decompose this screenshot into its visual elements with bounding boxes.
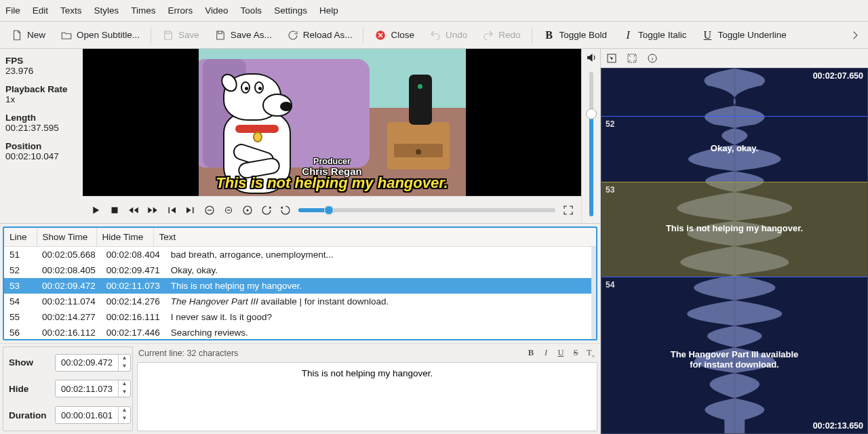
toolbar: New Open Subtitle... Save Save As... Rel… bbox=[0, 22, 868, 49]
underline-button[interactable]: UToggle Underline bbox=[697, 26, 790, 44]
wave-cursor-icon[interactable] bbox=[606, 53, 617, 64]
menu-settings[interactable]: Settings bbox=[274, 5, 307, 16]
seek-slider[interactable] bbox=[298, 208, 555, 212]
fps-label: FPS bbox=[5, 56, 77, 66]
menu-edit[interactable]: Edit bbox=[33, 5, 48, 16]
rate-plus-button[interactable] bbox=[279, 204, 292, 216]
stop-button[interactable] bbox=[108, 204, 121, 216]
redo-button: Redo bbox=[478, 26, 524, 44]
show-label: Show bbox=[9, 357, 51, 368]
subtitle-overlay: This is not helping my hangover. bbox=[83, 174, 581, 192]
svg-rect-1 bbox=[112, 207, 118, 213]
prev-button[interactable] bbox=[165, 204, 178, 216]
hide-label: Hide bbox=[9, 384, 51, 394]
save-button: Save bbox=[158, 26, 203, 44]
show-input[interactable]: 00:02:09.472▲▼ bbox=[55, 354, 131, 372]
menu-errors[interactable]: Errors bbox=[168, 5, 193, 16]
ed-italic[interactable]: I bbox=[540, 348, 551, 359]
fps-value: 23.976 bbox=[5, 66, 77, 76]
table-row[interactable]: 5400:02:11.07400:02:14.276The Hangover P… bbox=[4, 294, 591, 309]
fullscreen-button[interactable] bbox=[562, 204, 574, 216]
duration-label: Duration bbox=[9, 410, 51, 420]
waveform[interactable]: 00:02:07.650 00:02:13.650 52Okay, okay.5… bbox=[601, 68, 868, 434]
menu-file[interactable]: File bbox=[5, 5, 20, 16]
menubar: FileEditTextsStylesTimesErrorsVideoTools… bbox=[0, 0, 868, 22]
video-preview[interactable]: Producer Chris Regan This is not helping… bbox=[83, 49, 581, 196]
position-label: Position bbox=[5, 141, 77, 151]
transport-bar bbox=[83, 196, 581, 223]
wave-info-icon[interactable] bbox=[647, 53, 658, 64]
volume-slider[interactable] bbox=[589, 72, 593, 216]
subtitle-text-input[interactable] bbox=[137, 362, 597, 432]
close-icon bbox=[374, 29, 387, 41]
next-button[interactable] bbox=[184, 204, 197, 216]
col-show[interactable]: Show Time bbox=[37, 228, 96, 247]
reload-icon bbox=[287, 29, 299, 41]
volume-icon[interactable] bbox=[585, 49, 597, 66]
forward-button[interactable] bbox=[146, 204, 159, 216]
video-info: FPS 23.976 Playback Rate 1x Length 00:21… bbox=[0, 49, 83, 223]
close-button[interactable]: Close bbox=[370, 26, 418, 44]
underline-icon: U bbox=[701, 29, 713, 41]
time-editor: Show 00:02:09.472▲▼ Hide 00:02:11.073▲▼ … bbox=[3, 347, 133, 431]
bold-button[interactable]: BToggle Bold bbox=[539, 26, 612, 44]
table-row[interactable]: 5600:02:16.11200:02:17.446Searching revi… bbox=[4, 325, 591, 339]
menu-times[interactable]: Times bbox=[131, 5, 155, 16]
table-row[interactable]: 5500:02:14.27700:02:16.111I never saw it… bbox=[4, 309, 591, 325]
italic-icon: I bbox=[622, 29, 634, 41]
folder-open-icon bbox=[60, 29, 73, 41]
menu-tools[interactable]: Tools bbox=[241, 5, 262, 16]
wave-segment[interactable]: 52Okay, okay. bbox=[601, 116, 867, 182]
new-button[interactable]: New bbox=[7, 26, 50, 44]
position-value: 00:02:10.047 bbox=[5, 151, 77, 161]
editor-status: Current line: 32 characters bbox=[138, 349, 238, 358]
wave-segment[interactable]: 54The Hangover Part III available for in… bbox=[601, 277, 867, 433]
col-line[interactable]: Line bbox=[4, 228, 37, 247]
scrollbar[interactable] bbox=[591, 247, 596, 339]
ed-clear[interactable]: T× bbox=[585, 348, 596, 359]
svg-point-5 bbox=[247, 209, 249, 211]
save-icon bbox=[162, 29, 174, 41]
rewind-button[interactable] bbox=[127, 204, 140, 216]
chevron-right-icon[interactable] bbox=[849, 29, 861, 41]
subtitle-grid: Line Show Time Hide Time Text 5100:02:05… bbox=[3, 226, 597, 340]
ed-strike[interactable]: S bbox=[570, 348, 581, 359]
table-row[interactable]: 5200:02:08.40500:02:09.471Okay, okay. bbox=[4, 262, 591, 278]
rate-minus-button[interactable] bbox=[260, 204, 273, 216]
italic-button[interactable]: IToggle Italic bbox=[618, 26, 690, 44]
zoom-smaller-button[interactable] bbox=[222, 204, 235, 216]
menu-styles[interactable]: Styles bbox=[94, 5, 119, 16]
wave-ts-top: 00:02:07.650 bbox=[813, 71, 863, 81]
rate-value: 1x bbox=[5, 94, 77, 104]
table-row[interactable]: 5300:02:09.47200:02:11.073This is not he… bbox=[4, 278, 591, 294]
play-button[interactable] bbox=[90, 204, 102, 216]
redo-icon bbox=[482, 29, 494, 41]
ed-underline[interactable]: U bbox=[555, 348, 566, 359]
menu-help[interactable]: Help bbox=[319, 5, 338, 16]
divider bbox=[363, 27, 363, 43]
new-file-icon bbox=[11, 29, 23, 41]
rate-label: Playback Rate bbox=[5, 84, 77, 94]
waveform-toolbar bbox=[601, 49, 868, 68]
reload-button[interactable]: Reload As... bbox=[283, 26, 357, 44]
col-hide[interactable]: Hide Time bbox=[96, 228, 153, 247]
zoom-out-button[interactable] bbox=[203, 204, 216, 216]
save-as-icon bbox=[214, 29, 226, 41]
menu-video[interactable]: Video bbox=[205, 5, 228, 16]
duration-input[interactable]: 00:00:01.601▲▼ bbox=[55, 406, 131, 424]
hide-input[interactable]: 00:02:11.073▲▼ bbox=[55, 380, 131, 397]
bold-icon: B bbox=[543, 29, 555, 41]
wave-expand-icon[interactable] bbox=[627, 53, 637, 64]
save-as-button[interactable]: Save As... bbox=[210, 26, 276, 44]
table-row[interactable]: 5100:02:05.66800:02:08.404bad breath, ar… bbox=[4, 247, 591, 262]
marker-button[interactable] bbox=[241, 204, 254, 216]
open-button[interactable]: Open Subtitle... bbox=[56, 26, 144, 44]
ed-bold[interactable]: B bbox=[526, 348, 536, 359]
undo-icon bbox=[429, 29, 441, 41]
wave-segment[interactable]: 53This is not helping my hangover. bbox=[601, 182, 867, 277]
col-text[interactable]: Text bbox=[153, 228, 596, 247]
menu-texts[interactable]: Texts bbox=[60, 5, 82, 16]
divider bbox=[151, 27, 151, 43]
length-value: 00:21:37.595 bbox=[5, 123, 77, 133]
length-label: Length bbox=[5, 113, 77, 123]
